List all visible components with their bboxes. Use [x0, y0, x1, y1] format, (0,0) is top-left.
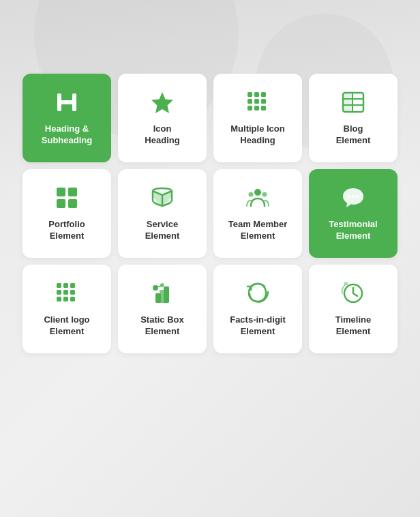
- grid-item-heading-subheading[interactable]: Heading &Subheading: [22, 74, 111, 162]
- svg-rect-7: [247, 99, 252, 104]
- service-element-label: ServiceElement: [145, 219, 180, 242]
- heading-subheading-icon: [55, 90, 79, 118]
- client-logo-element-label: Client logoElement: [44, 314, 89, 338]
- svg-rect-30: [70, 283, 75, 288]
- svg-rect-39: [164, 286, 169, 303]
- heading-subheading-label: Heading &Subheading: [42, 123, 92, 147]
- svg-rect-11: [254, 106, 259, 110]
- static-box-element-label: Static BoxElement: [140, 314, 184, 338]
- grid-item-portfolio-element[interactable]: PortfolioElement: [22, 169, 111, 258]
- grid-item-static-box-element[interactable]: Static BoxElement: [118, 265, 207, 353]
- blog-element-label: BlogElement: [336, 123, 371, 147]
- svg-rect-21: [68, 199, 77, 208]
- svg-rect-9: [261, 99, 266, 104]
- svg-rect-36: [70, 297, 75, 301]
- svg-point-24: [262, 192, 267, 197]
- grid-item-client-logo-element[interactable]: Client logoElement: [22, 265, 111, 353]
- svg-rect-29: [63, 283, 68, 288]
- timeline-element-label: TimelineElement: [335, 314, 372, 338]
- grid-item-timeline-element[interactable]: TimelineElement: [309, 265, 397, 353]
- svg-rect-6: [261, 92, 266, 97]
- portfolio-element-label: PortfolioElement: [48, 219, 85, 242]
- grid-item-facts-in-digit-element[interactable]: Facts-in-digitElement: [213, 265, 302, 353]
- testimonial-element-label: TestimonialElement: [329, 219, 377, 242]
- testimonial-element-icon: [341, 186, 365, 213]
- grid-item-multiple-icon-heading[interactable]: Multiple IconHeading: [213, 74, 302, 162]
- client-logo-element-icon: [55, 281, 79, 309]
- team-member-element-icon: [245, 186, 270, 213]
- svg-point-22: [254, 189, 261, 196]
- grid-item-service-element[interactable]: ServiceElement: [118, 169, 207, 258]
- svg-rect-4: [247, 92, 252, 97]
- grid-item-testimonial-element[interactable]: TestimonialElement: [309, 169, 397, 258]
- icon-heading-label: IconHeading: [145, 123, 179, 147]
- multiple-icon-heading-label: Multiple IconHeading: [230, 123, 284, 147]
- svg-rect-34: [57, 297, 61, 301]
- facts-in-digit-element-label: Facts-in-digitElement: [230, 314, 286, 338]
- icon-heading-icon: [150, 90, 175, 118]
- grid-item-team-member-element[interactable]: Team MemberElement: [213, 169, 302, 258]
- timeline-element-icon: [341, 281, 365, 309]
- svg-rect-33: [70, 290, 75, 295]
- multiple-icon-heading-icon: [245, 90, 270, 118]
- service-element-icon: [150, 186, 175, 213]
- team-member-element-label: Team MemberElement: [228, 219, 287, 242]
- svg-rect-14: [343, 93, 352, 112]
- svg-point-27: [356, 195, 359, 198]
- svg-rect-2: [57, 100, 76, 104]
- svg-rect-5: [254, 92, 259, 97]
- svg-rect-20: [57, 199, 65, 208]
- svg-rect-8: [254, 99, 259, 104]
- svg-rect-19: [68, 188, 77, 196]
- grid-item-blog-element[interactable]: BlogElement: [309, 74, 397, 162]
- svg-rect-10: [247, 106, 252, 110]
- svg-rect-32: [63, 290, 68, 295]
- elements-grid: Heading &Subheading IconHeading Multiple…: [22, 74, 397, 353]
- grid-item-icon-heading[interactable]: IconHeading: [118, 74, 207, 162]
- svg-point-23: [249, 192, 254, 197]
- static-box-element-icon: [150, 281, 175, 309]
- svg-rect-12: [261, 106, 266, 110]
- svg-point-25: [348, 195, 350, 198]
- svg-rect-28: [57, 283, 61, 288]
- page-container: Heading &Subheading IconHeading Multiple…: [0, 0, 420, 367]
- svg-marker-3: [151, 92, 173, 113]
- svg-point-40: [153, 285, 158, 291]
- blog-element-icon: [341, 90, 365, 118]
- facts-in-digit-element-icon: [245, 281, 270, 309]
- portfolio-element-icon: [55, 186, 79, 213]
- svg-rect-18: [57, 188, 65, 196]
- svg-rect-31: [57, 290, 61, 295]
- svg-rect-35: [63, 297, 68, 301]
- svg-point-26: [352, 195, 355, 198]
